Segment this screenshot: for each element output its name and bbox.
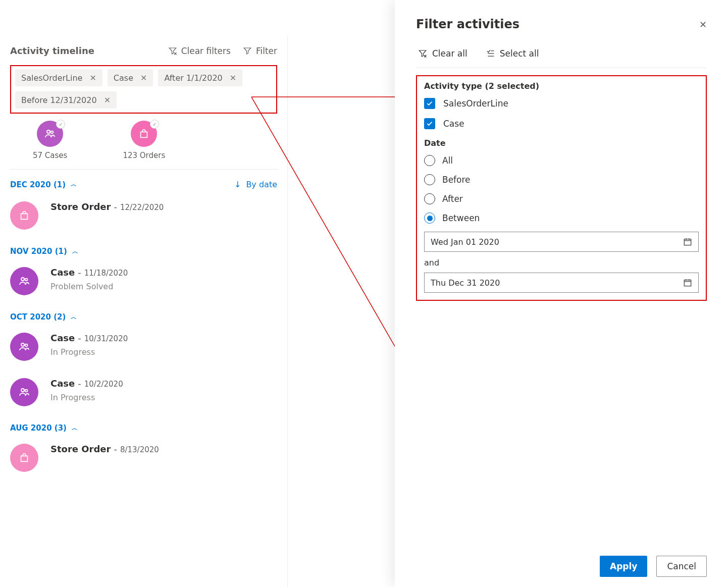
filter-panel-header: Filter activities ✕ bbox=[416, 17, 707, 31]
radio[interactable] bbox=[424, 155, 435, 166]
date-from-value: Wed Jan 01 2020 bbox=[431, 237, 499, 247]
group-header-label: NOV 2020 (1) bbox=[10, 247, 67, 256]
title-separator: - bbox=[114, 201, 117, 212]
group-toggle[interactable]: AUG 2020 (3) ︿ bbox=[10, 423, 78, 433]
radio-row[interactable]: All bbox=[424, 155, 699, 166]
radio-row[interactable]: Before bbox=[424, 174, 699, 185]
sort-by-date[interactable]: ↓ By date bbox=[234, 180, 277, 189]
item-date: 11/18/2020 bbox=[84, 269, 128, 278]
arrow-down-icon: ↓ bbox=[234, 180, 241, 189]
select-all-icon bbox=[486, 49, 495, 58]
radio-dot bbox=[427, 216, 433, 221]
people-icon bbox=[18, 341, 30, 353]
people-icon bbox=[18, 386, 30, 398]
svg-point-9 bbox=[25, 390, 28, 392]
filter-chip[interactable]: SalesOrderLine ✕ bbox=[15, 69, 102, 86]
case-icon bbox=[10, 267, 38, 295]
radio[interactable] bbox=[424, 193, 435, 204]
clear-all-button[interactable]: Clear all bbox=[418, 48, 467, 59]
bag-icon bbox=[19, 452, 30, 463]
radio-label: After bbox=[442, 194, 463, 204]
summary-row: ✓ 57 Cases ✓ 123 Orders bbox=[33, 121, 277, 160]
chip-remove-icon[interactable]: ✕ bbox=[104, 95, 111, 105]
chevron-up-icon: ︿ bbox=[72, 424, 78, 433]
chip-remove-icon[interactable]: ✕ bbox=[89, 73, 96, 83]
timeline-item[interactable]: Case - 10/31/2020 In Progress bbox=[10, 333, 277, 361]
chip-label: After 1/1/2020 bbox=[164, 73, 222, 83]
title-separator: - bbox=[78, 267, 81, 278]
chip-remove-icon[interactable]: ✕ bbox=[140, 73, 147, 83]
timeline-item[interactable]: Case - 10/2/2020 In Progress bbox=[10, 378, 277, 406]
check-icon bbox=[426, 100, 433, 107]
filter-footer: Apply Cancel bbox=[395, 556, 728, 587]
item-title: Case bbox=[50, 333, 75, 343]
select-all-button[interactable]: Select all bbox=[486, 48, 539, 59]
chip-label: Case bbox=[114, 73, 133, 83]
filter-chip[interactable]: Case ✕ bbox=[108, 69, 153, 86]
order-icon bbox=[10, 444, 38, 472]
svg-point-5 bbox=[25, 279, 28, 281]
svg-point-6 bbox=[21, 343, 24, 346]
filter-button[interactable]: Filter bbox=[243, 46, 277, 56]
item-subtitle: Problem Solved bbox=[50, 282, 128, 291]
radio-row[interactable]: Between bbox=[424, 212, 699, 224]
radio[interactable] bbox=[424, 212, 435, 224]
check-tick-icon: ✓ bbox=[56, 120, 65, 129]
svg-point-4 bbox=[21, 278, 24, 281]
by-date-label: By date bbox=[246, 180, 277, 189]
chevron-up-icon: ︿ bbox=[71, 313, 77, 322]
radio-label: Before bbox=[442, 175, 471, 185]
clear-filters-button[interactable]: Clear filters bbox=[168, 46, 231, 56]
date-to-input[interactable]: Thu Dec 31 2020 bbox=[424, 273, 699, 293]
check-tick-icon: ✓ bbox=[150, 120, 159, 129]
radio-row[interactable]: After bbox=[424, 193, 699, 204]
title-separator: - bbox=[78, 378, 81, 389]
funnel-icon bbox=[243, 46, 252, 56]
apply-button[interactable]: Apply bbox=[600, 556, 647, 577]
filter-chip[interactable]: After 1/1/2020 ✕ bbox=[158, 69, 242, 86]
summary-orders-label: 123 Orders bbox=[123, 151, 165, 160]
radio[interactable] bbox=[424, 174, 435, 185]
filter-panel-title: Filter activities bbox=[416, 17, 519, 31]
checkbox[interactable] bbox=[424, 98, 435, 109]
filter-chip[interactable]: Before 12/31/2020 ✕ bbox=[15, 91, 117, 109]
calendar-icon bbox=[683, 278, 692, 287]
close-icon[interactable]: ✕ bbox=[699, 19, 707, 30]
clear-all-label: Clear all bbox=[432, 48, 467, 59]
group-toggle[interactable]: NOV 2020 (1) ︿ bbox=[10, 247, 78, 256]
cases-bubble: ✓ bbox=[37, 121, 63, 147]
checkbox-row[interactable]: Case bbox=[424, 118, 699, 129]
title-separator: - bbox=[78, 333, 81, 343]
group-toggle[interactable]: OCT 2020 (2) ︿ bbox=[10, 312, 77, 322]
timeline-item[interactable]: Store Order - 8/13/2020 bbox=[10, 444, 277, 472]
cancel-button[interactable]: Cancel bbox=[656, 556, 707, 577]
item-title: Store Order bbox=[50, 201, 111, 212]
date-from-input[interactable]: Wed Jan 01 2020 bbox=[424, 232, 699, 252]
group-header-row: DEC 2020 (1) ︿ ↓ By date bbox=[10, 180, 277, 189]
filter-label: Filter bbox=[256, 46, 277, 56]
group-header-label: DEC 2020 (1) bbox=[10, 180, 66, 189]
people-icon bbox=[44, 128, 56, 140]
funnel-clear-icon bbox=[418, 49, 427, 58]
timeline-item[interactable]: Store Order - 12/22/2020 bbox=[10, 201, 277, 230]
check-icon bbox=[426, 120, 433, 127]
item-meta: Store Order - 8/13/2020 bbox=[50, 444, 159, 456]
summary-orders[interactable]: ✓ 123 Orders bbox=[123, 121, 165, 160]
checkbox-label: SalesOrderLine bbox=[443, 98, 508, 109]
activity-timeline-panel: Activity timeline Clear filters Filter S… bbox=[0, 35, 288, 587]
svg-point-3 bbox=[51, 131, 54, 134]
checkbox[interactable] bbox=[424, 118, 435, 129]
date-header: Date bbox=[424, 138, 699, 148]
clear-filters-label: Clear filters bbox=[181, 46, 231, 56]
and-label: and bbox=[424, 258, 699, 268]
date-to-value: Thu Dec 31 2020 bbox=[431, 278, 500, 288]
bag-icon bbox=[19, 210, 30, 221]
summary-cases[interactable]: ✓ 57 Cases bbox=[33, 121, 67, 160]
checkbox-row[interactable]: SalesOrderLine bbox=[424, 98, 699, 109]
chip-remove-icon[interactable]: ✕ bbox=[230, 73, 236, 83]
item-date: 10/2/2020 bbox=[84, 380, 123, 389]
bag-icon bbox=[138, 128, 149, 139]
item-date: 8/13/2020 bbox=[120, 445, 159, 454]
group-toggle[interactable]: DEC 2020 (1) ︿ bbox=[10, 180, 77, 189]
timeline-item[interactable]: Case - 11/18/2020 Problem Solved bbox=[10, 267, 277, 295]
